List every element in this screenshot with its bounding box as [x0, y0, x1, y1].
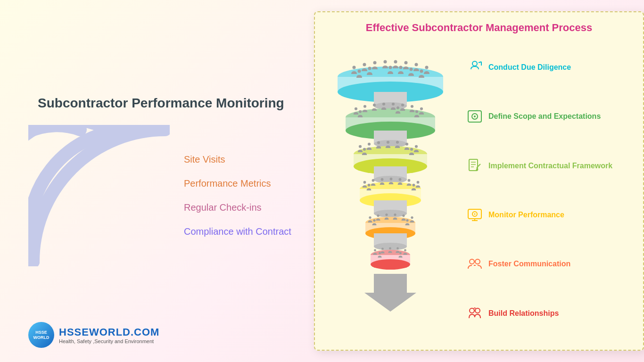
monitoring-labels: Site Visits Performance Metrics Regular … [184, 154, 291, 237]
logo-text-area: HSSEWORLD.COM Health, Safety ,Security a… [59, 326, 159, 344]
svg-point-46 [475, 259, 480, 264]
label-regular-checkins: Regular Check-ins [184, 202, 291, 213]
label-site-visits: Site Visits [184, 154, 291, 165]
logo-area: HSSEWORLD HSSEWORLD.COM Health, Safety ,… [28, 322, 159, 348]
step-item-diligence: Conduct Due Diligence [466, 58, 631, 76]
logo-circle-text: HSSEWORLD [33, 330, 50, 340]
step-text-relationships: Build Relationships [488, 309, 559, 318]
right-panel: Effective Subcontractor Management Proce… [314, 11, 644, 351]
step-item-relationships: Build Relationships [466, 304, 631, 322]
arc-and-labels: Site Visits Performance Metrics Regular … [28, 125, 291, 266]
step-icon-communication [466, 255, 484, 273]
content-area: Conduct Due Diligence Define Scope and E… [324, 41, 634, 340]
logo-sub-text: Health, Safety ,Security and Environment [59, 338, 159, 344]
step-text-contractual: Implement Contractual Framework [488, 162, 612, 170]
step-icon-monitor [466, 206, 484, 224]
step-icon-diligence [466, 58, 484, 76]
left-panel: Subcontractor Performance Monitoring [0, 0, 311, 362]
step-text-diligence: Conduct Due Diligence [488, 63, 571, 72]
step-icon-scope [466, 107, 484, 125]
step-item-scope: Define Scope and Expectations [466, 107, 631, 125]
svg-point-49 [475, 308, 480, 313]
svg-point-42 [474, 214, 476, 215]
step-text-scope: Define Scope and Expectations [488, 112, 601, 121]
step-text-communication: Foster Communication [488, 260, 570, 268]
steps-area: Conduct Due Diligence Define Scope and E… [461, 41, 634, 340]
step-icon-relationships [466, 304, 484, 322]
logo-main-text: HSSEWORLD.COM [59, 326, 159, 338]
step-icon-contractual [466, 157, 484, 175]
label-compliance: Compliance with Contract [184, 226, 291, 237]
logo-circle: HSSEWORLD [28, 322, 54, 348]
svg-point-48 [470, 308, 474, 313]
svg-point-30 [472, 61, 477, 66]
svg-marker-29 [364, 274, 416, 312]
step-item-contractual: Implement Contractual Framework [466, 157, 631, 175]
funnel-svg [327, 43, 454, 316]
label-performance-metrics: Performance Metrics [184, 178, 291, 189]
left-title: Subcontractor Performance Monitoring [38, 96, 284, 111]
main-container: Subcontractor Performance Monitoring [0, 0, 644, 362]
funnel-area [324, 41, 456, 340]
svg-point-35 [474, 115, 476, 117]
step-text-monitor: Monitor Performance [488, 211, 564, 219]
step-item-communication: Foster Communication [466, 255, 631, 273]
right-title: Effective Subcontractor Management Proce… [324, 22, 634, 34]
svg-point-28 [371, 259, 410, 270]
arc-diagram [28, 125, 170, 266]
step-item-monitor: Monitor Performance [466, 206, 631, 224]
svg-point-45 [470, 259, 474, 264]
